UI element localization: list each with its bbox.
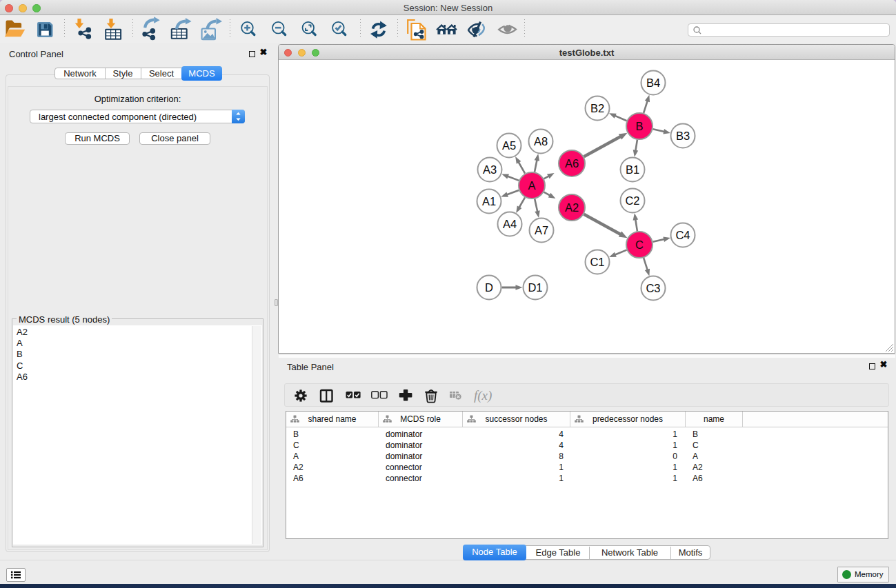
svg-text:C3: C3 bbox=[646, 282, 660, 294]
svg-text:C: C bbox=[635, 239, 644, 251]
svg-text:f(x): f(x) bbox=[474, 388, 492, 403]
svg-text:B4: B4 bbox=[646, 77, 660, 89]
svg-text:A7: A7 bbox=[535, 224, 548, 236]
svg-text:D1: D1 bbox=[528, 281, 542, 294]
svg-text:C1: C1 bbox=[590, 256, 604, 268]
svg-text:A4: A4 bbox=[503, 218, 517, 230]
svg-text:A3: A3 bbox=[483, 163, 497, 176]
svg-text:B: B bbox=[635, 120, 643, 132]
svg-text:D: D bbox=[485, 281, 493, 294]
svg-text:C2: C2 bbox=[625, 194, 639, 207]
svg-text:B1: B1 bbox=[626, 163, 639, 176]
svg-text:A1: A1 bbox=[482, 195, 496, 207]
svg-text:A: A bbox=[528, 179, 535, 192]
svg-text:A8: A8 bbox=[534, 135, 548, 148]
svg-text:C4: C4 bbox=[675, 229, 690, 241]
svg-text:A5: A5 bbox=[502, 139, 516, 152]
svg-text:A2: A2 bbox=[565, 201, 579, 214]
svg-text:B2: B2 bbox=[590, 102, 604, 114]
svg-text:B3: B3 bbox=[676, 130, 690, 142]
svg-text:A6: A6 bbox=[565, 157, 579, 170]
